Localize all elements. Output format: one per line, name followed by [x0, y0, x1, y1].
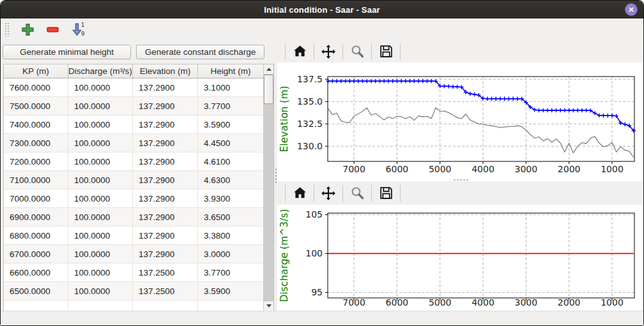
table-cell[interactable]: 4.4500	[198, 134, 263, 152]
table-scrollbar[interactable]	[263, 64, 274, 311]
table-cell[interactable]: 6900.0000	[4, 208, 68, 226]
table-cell[interactable]: 3.5900	[198, 282, 263, 300]
add-row-button[interactable]	[20, 22, 35, 37]
save-button[interactable]	[375, 184, 397, 203]
table-cell[interactable]: 137.2500	[133, 282, 198, 300]
table-cell[interactable]: 3.7700	[198, 97, 263, 115]
table-cell[interactable]: 100.0000	[68, 115, 133, 133]
table-cell[interactable]: 100.0000	[68, 189, 133, 207]
table-row[interactable]: 6500.0000100.0000137.25003.5900	[4, 282, 263, 300]
toolbar-drag-handle[interactable]	[4, 22, 10, 36]
table-cell[interactable]: 100.0000	[68, 208, 133, 226]
table-cell[interactable]: 137.2900	[133, 245, 198, 263]
generate-constant-discharge-button[interactable]: Generate constant discharge	[136, 45, 264, 59]
table-row[interactable]: 6600.0000100.0000137.25003.7700	[4, 263, 263, 282]
toolbar-separator	[285, 43, 286, 60]
table-cell[interactable]: 6700.0000	[4, 245, 68, 263]
table-cell[interactable]: 100.0000	[68, 78, 133, 96]
svg-text:1000: 1000	[601, 297, 624, 307]
table-row[interactable]: 6700.0000100.0000137.29003.0000	[4, 245, 263, 263]
table-cell[interactable]: 137.2900	[133, 152, 198, 170]
scroll-up-button[interactable]	[264, 64, 273, 75]
table-cell[interactable]: 6500.0000	[4, 282, 68, 300]
zoom-button[interactable]	[346, 184, 368, 203]
table-cell[interactable]: 137.2900	[133, 78, 198, 96]
table-cell[interactable]: 100.0000	[68, 97, 133, 115]
table-cell[interactable]: 4.6300	[198, 171, 263, 189]
pan-button[interactable]	[318, 184, 339, 203]
sort-rows-button[interactable]: 1 9	[70, 22, 86, 37]
column-header-elevation[interactable]: Elevation (m)	[133, 64, 198, 78]
table-cell[interactable]: 7100.0000	[4, 171, 68, 189]
plus-icon	[21, 23, 34, 36]
svg-text:7000: 7000	[342, 297, 365, 307]
table-cell[interactable]: 3.7700	[198, 263, 263, 281]
close-button[interactable]: ✕	[625, 3, 638, 16]
save-button[interactable]	[375, 42, 397, 61]
table-cell[interactable]: 7600.0000	[4, 78, 68, 96]
table-cell[interactable]: 6600.0000	[4, 263, 68, 281]
svg-text:1000: 1000	[601, 164, 624, 174]
pan-arrows-icon	[321, 186, 336, 201]
table-cell[interactable]: 7500.0000	[4, 97, 68, 115]
scrollbar-track[interactable]	[264, 75, 273, 300]
table-cell[interactable]: 100.0000	[68, 171, 133, 189]
table-cell[interactable]: 3.1000	[198, 78, 263, 96]
table-cell[interactable]: 3.6500	[198, 208, 263, 226]
toolbar-separator	[342, 43, 343, 60]
discharge-figure[interactable]: 700060005000400030002000100010510095Disc…	[277, 205, 643, 311]
svg-text:Discharge (m^3/s): Discharge (m^3/s)	[279, 209, 290, 302]
remove-row-button[interactable]	[45, 22, 60, 37]
table-cell[interactable]: 100.0000	[68, 226, 133, 244]
generate-minimal-height-button[interactable]: Generate minimal height	[3, 45, 131, 59]
table-cell[interactable]: 3.9300	[198, 189, 263, 207]
table-row[interactable]: 7300.0000100.0000137.29004.4500	[4, 134, 263, 152]
home-icon	[293, 186, 307, 200]
column-header-height[interactable]: Height (m)	[198, 64, 263, 78]
table-cell[interactable]: 100.0000	[68, 282, 133, 300]
column-header-discharge[interactable]: Discharge (m³/s)	[68, 64, 133, 78]
column-header-kp[interactable]: KP (m)	[4, 64, 68, 78]
svg-text:3000: 3000	[515, 164, 538, 174]
table-row[interactable]: 7400.0000100.0000137.29003.5900	[4, 115, 263, 134]
table-cell[interactable]: 7300.0000	[4, 134, 68, 152]
pan-button[interactable]	[318, 42, 339, 61]
table-cell[interactable]: 100.0000	[68, 152, 133, 170]
svg-text:95: 95	[311, 287, 323, 297]
svg-text:5000: 5000	[429, 297, 452, 307]
table-row[interactable]: 6900.0000100.0000137.29003.6500	[4, 208, 263, 226]
table-row[interactable]: 7600.0000100.0000137.29003.1000	[4, 78, 263, 97]
zoom-button[interactable]	[346, 42, 368, 61]
table-cell[interactable]: 3.3800	[198, 226, 263, 244]
table-row[interactable]: 7500.0000100.0000137.29003.7700	[4, 97, 263, 115]
elevation-figure[interactable]: 7000600050004000300020001000137.5135.013…	[277, 63, 643, 181]
table-cell[interactable]: 7000.0000	[4, 189, 68, 207]
table-cell[interactable]: 137.2900	[133, 115, 198, 133]
table-row[interactable]: 7200.0000100.0000137.29004.6100	[4, 152, 263, 171]
table-row[interactable]: 6800.0000100.0000137.29003.3800	[4, 226, 263, 245]
titlebar[interactable]: Initial condition - Saar - Saar ✕	[1, 1, 643, 19]
scroll-down-button[interactable]	[264, 300, 273, 311]
table-cell[interactable]: 137.2900	[133, 189, 198, 207]
close-icon: ✕	[628, 6, 634, 13]
table-cell[interactable]: 100.0000	[68, 263, 133, 281]
scrollbar-thumb[interactable]	[264, 75, 273, 104]
table-cell[interactable]: 3.0000	[198, 245, 263, 263]
home-button[interactable]	[289, 42, 310, 61]
table-cell[interactable]: 137.2900	[133, 226, 198, 244]
table-cell[interactable]: 137.2900	[133, 97, 198, 115]
home-button[interactable]	[289, 184, 310, 203]
table-cell[interactable]: 4.6100	[198, 152, 263, 170]
table-cell[interactable]: 137.2900	[133, 171, 198, 189]
table-cell[interactable]: 137.2900	[133, 208, 198, 226]
table-cell[interactable]: 7400.0000	[4, 115, 68, 133]
table-cell[interactable]: 100.0000	[68, 134, 133, 152]
table-cell[interactable]: 137.2900	[133, 134, 198, 152]
table-cell[interactable]: 7200.0000	[4, 152, 68, 170]
table-cell[interactable]: 100.0000	[68, 245, 133, 263]
table-cell[interactable]: 6800.0000	[4, 226, 68, 244]
table-cell[interactable]: 3.5900	[198, 115, 263, 133]
table-cell[interactable]: 137.2500	[133, 263, 198, 281]
table-row[interactable]: 7000.0000100.0000137.29003.9300	[4, 189, 263, 208]
table-row[interactable]: 7100.0000100.0000137.29004.6300	[4, 171, 263, 189]
